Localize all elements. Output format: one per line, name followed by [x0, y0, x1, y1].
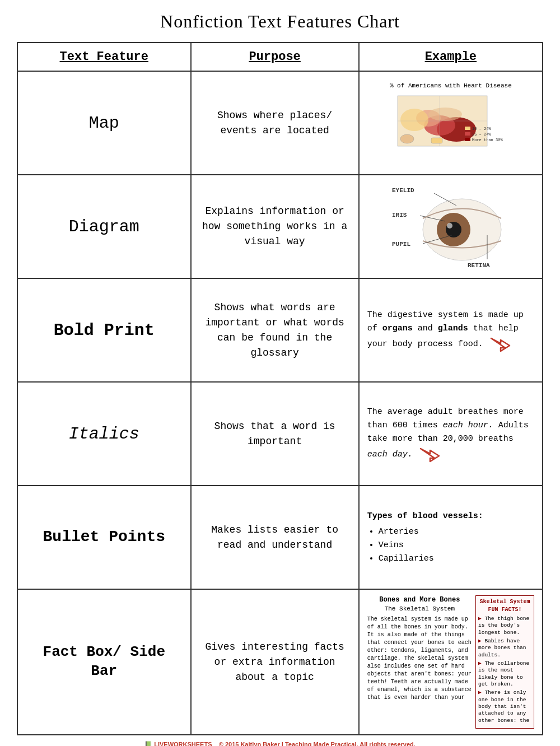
table-row: Italics Shows that a word is important T… — [17, 382, 543, 486]
eye-diagram: EYELID IRIS PUPIL RETINA — [389, 182, 512, 272]
svg-text:More than 30%: More than 30% — [472, 138, 503, 142]
table-row: Map Shows where places/ events are locat… — [17, 71, 543, 175]
italics-example: The average adult breathes more than 600… — [367, 405, 534, 463]
map-title: % of Americans with Heart Disease — [367, 81, 534, 91]
feature-name-italics: Italics — [69, 425, 139, 444]
example-cell-map: % of Americans with Heart Disease — [359, 71, 543, 175]
red-arrow-icon — [488, 335, 511, 352]
purpose-cell-italics: Shows that a word is important — [191, 382, 359, 486]
col-header-example: Example — [359, 43, 543, 71]
svg-point-4 — [400, 109, 428, 131]
feature-name-bold-print: Bold Print — [54, 321, 155, 340]
col-header-feature: Text Feature — [17, 43, 191, 71]
feature-cell-map: Map — [17, 71, 191, 175]
svg-text:10 – 24%: 10 – 24% — [472, 127, 491, 131]
list-item: Arteries — [379, 525, 534, 539]
table-row: Bold Print Shows what words are importan… — [17, 278, 543, 382]
svg-text:IRIS: IRIS — [392, 212, 407, 218]
bold-print-example: The digestive system is made up of organ… — [367, 309, 534, 352]
svg-text:RETINA: RETINA — [468, 262, 490, 269]
page-title: Nonfiction Text Features Chart — [17, 11, 543, 32]
red-arrow-icon2 — [418, 446, 440, 463]
fact-box-sidebar-title: Skeletal System FUN FACTS! — [478, 598, 531, 614]
svg-point-19 — [447, 223, 452, 229]
example-cell-fact-box: Bones and More Bones The Skeletal System… — [359, 589, 543, 735]
feature-cell-italics: Italics — [17, 382, 191, 486]
bullet-points-example: Types of blood vessels: Arteries Veins C… — [367, 510, 534, 566]
svg-point-8 — [400, 134, 414, 143]
bold-example-bold2: glands — [438, 324, 468, 333]
fact-box-main-subtitle: The Skeletal System — [367, 605, 472, 613]
svg-text:PUPIL: PUPIL — [392, 241, 410, 248]
footer-copyright: © 2015 Kaitlyn Baker | Teaching Made Pra… — [219, 741, 416, 746]
footer: 📗 LIVEWORKSHEETS © 2015 Kaitlyn Baker | … — [17, 741, 543, 746]
feature-cell-bullet-points: Bullet Points — [17, 486, 191, 589]
eye-svg: EYELID IRIS PUPIL RETINA — [389, 182, 512, 272]
feature-name-fact-box: Fact Box/ Side Bar — [43, 644, 165, 679]
svg-rect-12 — [465, 132, 470, 136]
feature-name-map: Map — [89, 114, 119, 133]
example-cell-bullet-points: Types of blood vessels: Arteries Veins C… — [359, 486, 543, 589]
purpose-cell-diagram: Explains information or how something wo… — [191, 175, 359, 278]
purpose-cell-bullet-points: Makes lists easier to read and understan… — [191, 486, 359, 589]
svg-rect-10 — [465, 127, 470, 130]
fact-box-sidebar-item: Babies have more bones than adults. — [478, 638, 531, 659]
svg-rect-14 — [465, 138, 470, 141]
fact-box-sidebar-item: The thigh bone is the body's longest bon… — [478, 616, 531, 636]
fact-box-sidebar-item: The collarbone is the most likely bone t… — [478, 660, 531, 688]
svg-text:EYELID: EYELID — [392, 187, 414, 194]
fact-box-sidebar-item: There is only one bone in the body that … — [478, 689, 531, 724]
purpose-cell-bold-print: Shows what words are important or what w… — [191, 278, 359, 382]
svg-rect-9 — [431, 138, 442, 143]
list-item: Capillaries — [379, 552, 534, 566]
map-visual: % of Americans with Heart Disease — [367, 81, 534, 165]
bullet-list: Arteries Veins Capillaries — [379, 525, 534, 566]
col-header-purpose: Purpose — [191, 43, 359, 71]
bullet-heading: Types of blood vessels: — [367, 511, 483, 521]
example-cell-italics: The average adult breathes more than 600… — [359, 382, 543, 486]
feature-name-diagram: Diagram — [69, 217, 139, 236]
feature-name-bullet-points: Bullet Points — [43, 528, 165, 545]
svg-point-5 — [428, 108, 462, 121]
feature-cell-bold-print: Bold Print — [17, 278, 191, 382]
feature-cell-diagram: Diagram — [17, 175, 191, 278]
fact-box-sidebar: Skeletal System FUN FACTS! The thigh bon… — [475, 595, 534, 729]
italics-italic2: each day. — [367, 449, 413, 459]
fact-box-main-title: Bones and More Bones — [367, 595, 472, 605]
feature-cell-fact-box: Fact Box/ Side Bar — [17, 589, 191, 735]
list-item: Veins — [379, 539, 534, 552]
features-chart: Text Feature Purpose Example Map Shows w… — [17, 42, 543, 735]
purpose-cell-map: Shows where places/ events are located — [191, 71, 359, 175]
svg-text:25 – 24%: 25 – 24% — [472, 132, 491, 137]
map-svg: 10 – 24% 25 – 24% More than 30% — [395, 93, 507, 160]
table-row: Diagram Explains information or how some… — [17, 175, 543, 278]
example-cell-diagram: EYELID IRIS PUPIL RETINA — [359, 175, 543, 278]
purpose-cell-fact-box: Gives interesting facts or extra informa… — [191, 589, 359, 735]
fact-box-main-body: The skeletal system is made up of all th… — [367, 616, 472, 702]
bold-example-mid: and — [413, 324, 438, 333]
bold-example-bold1: organs — [382, 324, 413, 333]
table-row: Bullet Points Makes lists easier to read… — [17, 486, 543, 589]
table-row: Fact Box/ Side Bar Gives interesting fac… — [17, 589, 543, 735]
example-cell-bold-print: The digestive system is made up of organ… — [359, 278, 543, 382]
fact-box-example: Bones and More Bones The Skeletal System… — [367, 595, 534, 729]
italics-italic1: each hour. — [443, 421, 493, 430]
footer-brand: 📗 LIVEWORKSHEETS — [144, 741, 212, 746]
fact-box-main: Bones and More Bones The Skeletal System… — [367, 595, 472, 729]
